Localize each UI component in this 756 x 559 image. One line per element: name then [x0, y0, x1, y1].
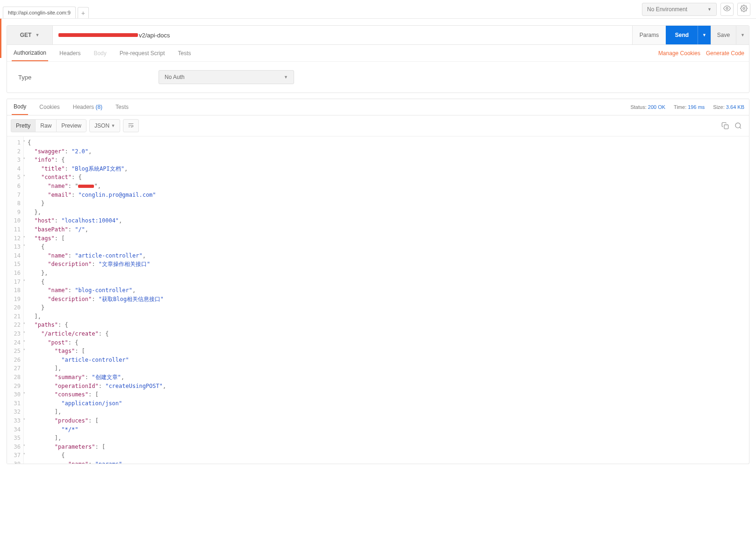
sidebar-collapsed-indicator	[0, 19, 1, 58]
wrap-lines-button[interactable]	[123, 119, 139, 132]
chevron-down-icon: ▼	[111, 123, 115, 128]
send-label: Send	[675, 32, 689, 38]
chevron-down-icon: ▼	[702, 33, 706, 37]
headers-count: (8)	[95, 104, 102, 110]
chevron-down-icon: ▼	[284, 75, 288, 79]
params-label: Params	[640, 32, 659, 38]
view-raw[interactable]: Raw	[35, 119, 56, 132]
size-info: Size: 3.64 KB	[713, 104, 744, 110]
chevron-down-icon: ▼	[35, 33, 39, 37]
top-bar: http://api.conglin-site.com:9 + No Envir…	[0, 0, 756, 19]
params-button[interactable]: Params	[632, 26, 666, 44]
chevron-down-icon: ▼	[707, 7, 712, 12]
tab-tests[interactable]: Tests	[176, 45, 193, 61]
json-code: { "swagger": "2.0", "info": { "title": "…	[24, 136, 749, 464]
save-button[interactable]: Save	[711, 26, 736, 44]
environment-select[interactable]: No Environment ▼	[642, 3, 717, 16]
generate-code-link[interactable]: Generate Code	[706, 50, 744, 57]
svg-point-0	[726, 7, 728, 9]
view-pretty[interactable]: Pretty	[11, 119, 35, 132]
wrap-icon	[128, 122, 134, 130]
send-dropdown[interactable]: ▼	[698, 26, 711, 44]
auth-type-select[interactable]: No Auth ▼	[158, 70, 294, 84]
manage-cookies-link[interactable]: Manage Cookies	[658, 50, 700, 57]
view-preview[interactable]: Preview	[56, 119, 86, 132]
url-input[interactable]: v2/api-docs	[53, 26, 632, 44]
environment-label: No Environment	[647, 6, 687, 13]
auth-type-value: No Auth	[165, 74, 185, 80]
settings-button[interactable]	[737, 3, 750, 16]
http-method-label: GET	[20, 32, 32, 38]
redacted-url-prefix	[58, 33, 138, 37]
svg-point-1	[743, 7, 745, 9]
eye-icon	[723, 5, 731, 14]
send-button[interactable]: Send	[666, 26, 698, 44]
gear-icon	[740, 5, 748, 14]
response-tab-headers[interactable]: Headers (8)	[71, 99, 104, 115]
svg-rect-2	[724, 125, 728, 129]
request-tab[interactable]: http://api.conglin-site.com:9	[3, 7, 76, 18]
svg-point-3	[735, 123, 741, 128]
search-button[interactable]	[734, 122, 742, 130]
response-panel: Body Cookies Headers (8) Tests Status: 2…	[7, 99, 749, 464]
add-tab-button[interactable]: +	[78, 7, 89, 18]
tab-headers[interactable]: Headers	[58, 45, 82, 61]
request-panel: GET ▼ v2/api-docs Params Send ▼ Save ▼ A…	[7, 25, 749, 93]
save-dropdown[interactable]: ▼	[736, 26, 749, 44]
url-suffix: v2/api-docs	[139, 32, 170, 39]
copy-button[interactable]	[721, 122, 729, 130]
response-tab-cookies[interactable]: Cookies	[37, 99, 61, 115]
status-info: Status: 200 OK	[630, 104, 665, 110]
line-gutter: 1234567891011121314151617181920212223242…	[7, 136, 24, 464]
save-label: Save	[717, 32, 730, 38]
tab-body[interactable]: Body	[92, 45, 108, 61]
response-tab-body[interactable]: Body	[12, 99, 28, 115]
time-info: Time: 196 ms	[674, 104, 705, 110]
tab-pre-request-script[interactable]: Pre-request Script	[118, 45, 167, 61]
tab-authorization[interactable]: Authorization	[12, 45, 48, 61]
http-method-select[interactable]: GET ▼	[7, 26, 53, 44]
request-tab-label: http://api.conglin-site.com:9	[8, 10, 71, 15]
quick-look-button[interactable]	[720, 3, 734, 16]
auth-type-label: Type	[18, 74, 158, 81]
chevron-down-icon: ▼	[741, 33, 745, 37]
response-tab-tests[interactable]: Tests	[114, 99, 130, 115]
format-select[interactable]: JSON ▼	[89, 119, 120, 132]
response-body-viewer[interactable]: 1234567891011121314151617181920212223242…	[7, 136, 749, 464]
plus-icon: +	[81, 9, 85, 17]
